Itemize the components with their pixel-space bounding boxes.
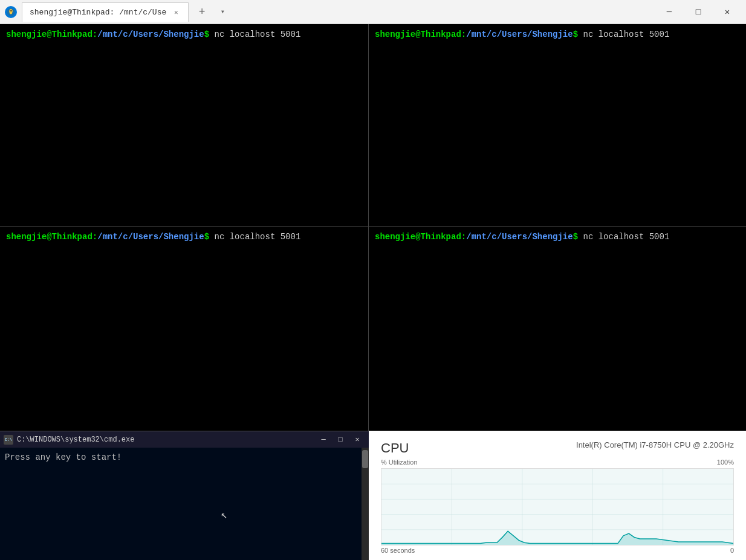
terminal-pane-bottom-left[interactable]: shengjie@Thinkpad:/mnt/c/Users/Shengjie$… [0,227,369,431]
cmd-icon-label: C:\ [5,437,13,442]
terminal-pane-bottom-right[interactable]: shengjie@Thinkpad:/mnt/c/Users/Shengjie$… [369,227,746,431]
cpu-chart [381,468,734,546]
cmd-scroll-thumb[interactable] [362,450,368,468]
prompt-symbol-2: $ [573,30,578,39]
prompt-path-2: /mnt/c/Users/Shengjie [466,30,572,39]
command-1: nc localhost 5001 [209,30,300,39]
titlebar: shengjie@Thinkpad: /mnt/c/Use ✕ + ▾ ─ □ … [0,0,746,24]
cmd-title: C:\WINDOWS\system32\cmd.exe [17,436,312,444]
cmd-close-button[interactable]: ✕ [349,434,365,446]
mouse-cursor: ↖ [221,508,227,521]
cmd-content[interactable]: Press any key to start! ↖ [0,448,369,560]
cmd-scrollbar[interactable] [362,448,369,560]
cmd-icon: C:\ [4,435,13,445]
cpu-time-labels: 60 seconds 0 [381,547,734,554]
prompt-user-4: shengjie@Thinkpad: [375,232,466,242]
new-tab-button[interactable]: + [193,4,210,21]
svg-point-3 [11,10,11,11]
cmd-controls: ─ □ ✕ [316,434,365,446]
cpu-util-label-text: % Utilization [381,459,418,466]
terminal-pane-top-right[interactable]: shengjie@Thinkpad:/mnt/c/Users/Shengjie$… [369,24,746,227]
prompt-path-4: /mnt/c/Users/Shengjie [466,232,572,242]
prompt-path-3: /mnt/c/Users/Shengjie [97,232,204,242]
cpu-model: Intel(R) Core(TM) i7-8750H CPU @ 2.20GHz [576,440,734,449]
cpu-util-labels: % Utilization 100% [381,459,734,466]
cmd-text: Press any key to start! [5,452,122,462]
tab-dropdown-button[interactable]: ▾ [215,5,230,19]
minimize-button[interactable]: ─ [655,2,683,22]
cmd-maximize-button[interactable]: □ [332,434,348,446]
app-icon [5,6,17,18]
maximize-button[interactable]: □ [684,2,712,22]
close-button[interactable]: ✕ [713,2,741,22]
cpu-header: CPU Intel(R) Core(TM) i7-8750H CPU @ 2.2… [381,440,734,456]
prompt-user-2: shengjie@Thinkpad: [375,30,466,39]
cpu-time-end: 0 [730,547,734,554]
command-2: nc localhost 5001 [578,30,669,39]
prompt-symbol-1: $ [204,30,209,39]
prompt-user-3: shengjie@Thinkpad: [6,232,97,242]
cmd-minimize-button[interactable]: ─ [316,434,331,446]
cpu-time-start: 60 seconds [381,547,415,554]
cmd-titlebar: C:\ C:\WINDOWS\system32\cmd.exe ─ □ ✕ [0,431,369,448]
tab-close-button[interactable]: ✕ [171,7,181,17]
prompt-symbol-4: $ [573,232,578,242]
cpu-chart-svg [381,469,733,545]
prompt-path-1: /mnt/c/Users/Shengjie [97,30,204,39]
active-tab[interactable]: shengjie@Thinkpad: /mnt/c/Use ✕ [22,2,189,22]
terminal-pane-top-left[interactable]: shengjie@Thinkpad:/mnt/c/Users/Shengjie$… [0,24,369,227]
cmd-window: C:\ C:\WINDOWS\system32\cmd.exe ─ □ ✕ Pr… [0,431,369,560]
command-3: nc localhost 5001 [209,232,300,242]
svg-point-4 [10,12,12,14]
svg-point-2 [10,10,10,11]
command-4: nc localhost 5001 [578,232,669,242]
bottom-area: C:\ C:\WINDOWS\system32\cmd.exe ─ □ ✕ Pr… [0,431,746,560]
svg-marker-13 [381,531,733,545]
cpu-panel: CPU Intel(R) Core(TM) i7-8750H CPU @ 2.2… [369,431,746,560]
cpu-util-max: 100% [717,459,734,466]
tab-title: shengjie@Thinkpad: /mnt/c/Use [30,8,166,17]
cpu-title: CPU [381,440,409,456]
window-controls: ─ □ ✕ [655,2,741,22]
prompt-user-1: shengjie@Thinkpad: [6,30,97,39]
terminal-grid: shengjie@Thinkpad:/mnt/c/Users/Shengjie$… [0,24,746,431]
prompt-symbol-3: $ [204,232,209,242]
